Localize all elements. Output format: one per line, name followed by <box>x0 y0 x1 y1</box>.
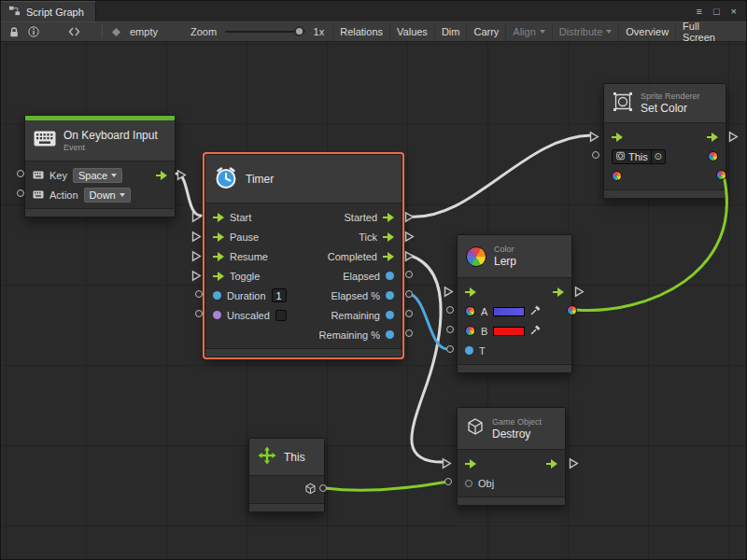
distribute-button[interactable]: Distribute <box>552 22 618 41</box>
edge-port-timer-toggle[interactable] <box>191 269 202 281</box>
color-port-icon[interactable] <box>708 151 718 161</box>
align-button[interactable]: Align <box>505 22 551 41</box>
graph-canvas[interactable]: On Keyboard Input Event Key Space Action… <box>1 42 747 560</box>
flow-in-port[interactable] <box>213 232 224 242</box>
edge-port-this-out[interactable] <box>319 484 327 492</box>
node-timer[interactable]: Timer StartStarted PauseTick ResumeCompl… <box>204 154 402 357</box>
edge-port-destroy-flow-in[interactable] <box>442 456 452 469</box>
eyedropper-icon[interactable] <box>530 325 541 337</box>
color-port-icon[interactable] <box>465 306 475 316</box>
color-a-swatch[interactable] <box>493 307 525 316</box>
color-b-swatch[interactable] <box>493 327 525 336</box>
edge-port-setcolor-target[interactable] <box>592 151 599 159</box>
flow-out-port[interactable] <box>383 213 394 222</box>
node-this[interactable]: This <box>248 438 325 512</box>
node-destroy[interactable]: Game Object Destroy Obj <box>457 407 566 506</box>
value-in-port[interactable] <box>213 291 221 300</box>
edge-port-destroy-obj[interactable] <box>444 478 452 485</box>
edge-port-timer-remaining-pct[interactable] <box>405 329 413 337</box>
value-out-port[interactable] <box>386 330 394 339</box>
value-out-port[interactable] <box>386 291 394 300</box>
edge-port-timer-completed[interactable] <box>404 249 415 261</box>
target-object-field[interactable]: This ⊙ <box>612 149 666 164</box>
menu-icon[interactable]: ≡ <box>696 6 701 17</box>
node-set-color[interactable]: Sprite Renderer Set Color This ⊙ <box>603 83 726 199</box>
value-in-port[interactable] <box>213 311 221 319</box>
edge-port-timer-tick[interactable] <box>404 230 415 242</box>
flow-out-port[interactable] <box>707 133 718 142</box>
value-in-port[interactable] <box>465 346 473 355</box>
edge-port-setcolor-flow-in[interactable] <box>589 130 599 142</box>
edge-port-lerp-b[interactable] <box>446 326 454 333</box>
eyedropper-icon[interactable] <box>530 305 541 317</box>
code-view-icon[interactable] <box>68 26 80 37</box>
edge-port-lerp-t[interactable] <box>446 345 454 353</box>
edge-port-lerp-flow-out[interactable] <box>574 285 585 297</box>
relations-button[interactable]: Relations <box>332 22 389 41</box>
close-icon[interactable]: × <box>731 6 737 17</box>
flow-out-port[interactable] <box>383 232 394 242</box>
action-dropdown[interactable]: Down <box>84 188 131 203</box>
flow-out-port[interactable] <box>553 287 564 297</box>
edge-port-timer-resume[interactable] <box>191 249 202 261</box>
value-out-port[interactable] <box>386 272 394 280</box>
wire-this-to-destroy-obj[interactable] <box>325 482 448 490</box>
flow-in-port[interactable] <box>213 252 224 261</box>
flow-in-port[interactable] <box>213 272 224 281</box>
dim-button[interactable]: Dim <box>434 22 467 41</box>
value-in-port[interactable] <box>465 480 472 487</box>
node-title: Timer <box>246 173 274 186</box>
edge-port-timer-pause[interactable] <box>191 230 202 242</box>
edge-port-keyboard-action[interactable] <box>17 189 24 197</box>
edge-port-keyboard-out[interactable] <box>176 168 187 180</box>
flow-out-port[interactable] <box>156 171 167 180</box>
edge-port-timer-started[interactable] <box>404 210 415 222</box>
edge-port-setcolor-color-in[interactable] <box>716 170 726 180</box>
node-footer <box>25 208 175 217</box>
object-picker-icon[interactable]: ⊙ <box>651 150 665 163</box>
color-port-icon[interactable] <box>465 326 475 336</box>
zoom-slider-knob[interactable] <box>294 26 304 36</box>
port-label: Start <box>230 212 251 223</box>
node-title: Set Color <box>641 102 700 115</box>
flow-in-port[interactable] <box>465 287 476 297</box>
carry-button[interactable]: Carry <box>466 22 505 41</box>
key-dropdown[interactable]: Space <box>73 168 122 183</box>
wire-started-to-setcolor[interactable] <box>408 135 591 217</box>
unscaled-checkbox[interactable] <box>275 310 287 321</box>
maximize-icon[interactable]: □ <box>713 6 720 17</box>
values-button[interactable]: Values <box>389 22 434 41</box>
flow-in-port[interactable] <box>213 213 224 222</box>
edge-port-keyboard-key[interactable] <box>17 170 24 177</box>
edge-port-timer-remaining[interactable] <box>405 310 413 317</box>
edge-port-timer-duration[interactable] <box>195 290 203 298</box>
lock-icon[interactable] <box>8 26 20 38</box>
game-object-cube-icon[interactable] <box>304 483 317 497</box>
flow-out-port[interactable] <box>383 252 394 261</box>
edge-port-lerp-a[interactable] <box>446 306 454 314</box>
overview-button[interactable]: Overview <box>618 22 675 41</box>
value-out-port[interactable] <box>386 311 394 319</box>
flow-in-port[interactable] <box>612 133 623 142</box>
info-icon[interactable] <box>28 26 39 37</box>
edge-port-timer-unscaled[interactable] <box>195 310 203 317</box>
tab-script-graph[interactable]: Script Graph <box>1 1 96 21</box>
edge-port-lerp-color-out[interactable] <box>567 305 577 315</box>
edge-port-destroy-flow-out[interactable] <box>569 456 579 469</box>
duration-input[interactable]: 1 <box>272 288 287 302</box>
wire-elapsed-pct-to-t[interactable] <box>408 294 447 349</box>
edge-port-lerp-flow-in[interactable] <box>444 285 454 297</box>
wire-completed-to-destroy[interactable] <box>408 255 446 462</box>
edge-port-timer-start[interactable] <box>191 210 202 222</box>
edge-port-timer-elapsed-pct[interactable] <box>405 290 413 298</box>
color-in-port[interactable] <box>612 171 622 181</box>
edge-port-setcolor-flow-out[interactable] <box>728 130 739 142</box>
flow-out-port[interactable] <box>546 459 557 469</box>
zoom-slider[interactable] <box>225 31 304 33</box>
node-on-keyboard-input[interactable]: On Keyboard Input Event Key Space Action… <box>24 115 176 217</box>
flow-in-port[interactable] <box>465 459 476 469</box>
graph-toolbar: empty Zoom 1x Relations Values Dim Carry… <box>1 21 746 42</box>
fullscreen-button[interactable]: Full Screen <box>675 22 739 41</box>
edge-port-timer-elapsed[interactable] <box>405 271 413 278</box>
node-color-lerp[interactable]: Color Lerp A B T <box>457 234 572 373</box>
